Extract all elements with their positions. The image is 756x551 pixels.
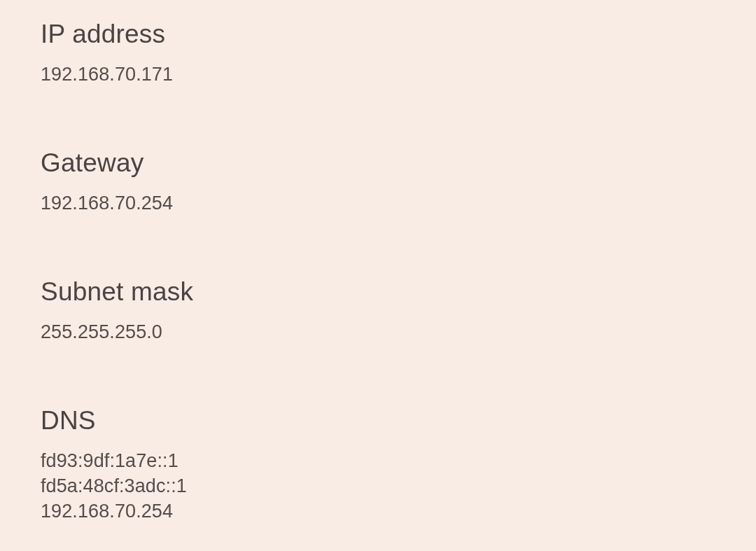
subnet-mask-label: Subnet mask <box>41 277 756 307</box>
gateway-label: Gateway <box>41 148 756 178</box>
dns-value: fd93:9df:1a7e::1 fd5a:48cf:3adc::1 192.1… <box>41 448 756 524</box>
dns-label: DNS <box>41 406 756 435</box>
ip-address-section: IP address 192.168.70.171 <box>41 20 756 87</box>
gateway-section: Gateway 192.168.70.254 <box>41 148 756 216</box>
gateway-value: 192.168.70.254 <box>41 190 756 216</box>
subnet-mask-value: 255.255.255.0 <box>41 319 756 344</box>
dns-section: DNS fd93:9df:1a7e::1 fd5a:48cf:3adc::1 1… <box>41 406 756 524</box>
ip-address-value: 192.168.70.171 <box>41 62 756 87</box>
ip-address-label: IP address <box>41 20 756 49</box>
subnet-mask-section: Subnet mask 255.255.255.0 <box>41 277 756 344</box>
